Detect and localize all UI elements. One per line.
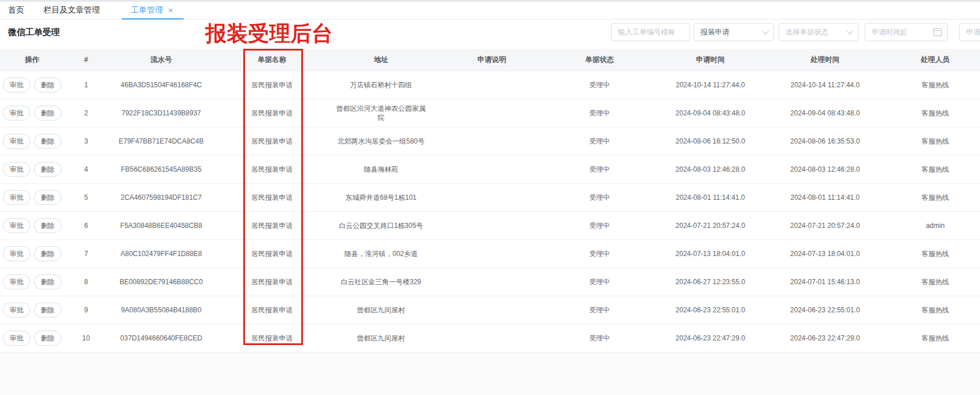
row-doc-name: 居民报装申请 [215,109,329,118]
annotation-text: 报装受理后台 [205,20,333,48]
tab-home[interactable]: 首页 [8,2,24,19]
row-address: 白云公园交叉路口1栋305号 [329,221,433,230]
col-header-index: # [64,56,108,64]
row-process-time: 2024-08-01 11:14:41.0 [772,193,878,202]
row-status: 受理中 [551,277,648,287]
row-address: 东城舜井道68号1栋101 [329,193,433,202]
row-address: 曾都区九间屋村 [329,305,433,315]
approve-button[interactable]: 审批 [3,190,30,205]
apply-date-end-input[interactable] [960,24,980,41]
row-actions: 审批 删除 [0,274,64,289]
page-title: 微信工单受理 [8,27,60,38]
table-header-row: 操作 # 流水号 单据名称 地址 申请说明 单据状态 申请时间 处理时间 处理人… [0,49,980,71]
row-serial: 037D1494660640FE8CED [108,334,215,342]
delete-button[interactable]: 删除 [34,218,61,233]
approve-button[interactable]: 审批 [3,331,30,346]
row-process-time: 2024-07-13 18:04:01.0 [772,250,878,258]
delete-button[interactable]: 删除 [34,78,61,92]
row-handler: 客服热线 [878,137,980,146]
row-index: 6 [64,222,108,230]
row-doc-name: 居民报装申请 [215,277,329,287]
row-apply-time: 2024-09-04 08:43:48.0 [648,109,772,117]
col-header-actions: 操作 [0,55,64,65]
chevron-down-icon [847,28,853,34]
row-process-time: 2024-09-04 08:43:48.0 [772,109,878,117]
row-serial: F5A30848B6EE40458CB8 [108,222,215,230]
row-serial: 9A080A3B55084B4188B0 [108,306,215,314]
delete-button[interactable]: 删除 [34,190,61,205]
row-actions: 审批 删除 [0,303,64,317]
table-row: 审批 删除 10 037D1494660640FE8CED 居民报装申请 曾都区… [0,324,980,353]
row-status: 受理中 [551,193,648,203]
row-address: 曾都区九间屋村 [329,334,433,343]
row-doc-name: 居民报装申请 [215,221,329,231]
approve-button[interactable]: 审批 [3,218,30,233]
row-apply-time: 2024-07-13 18:04:01.0 [648,250,772,258]
row-process-time: 2024-06-23 22:47:29.0 [772,334,878,342]
approve-button[interactable]: 审批 [3,303,30,317]
approve-button[interactable]: 审批 [3,246,30,261]
search-input[interactable] [612,24,689,41]
delete-button[interactable]: 删除 [34,303,61,317]
row-serial: BE00892DE79146B88CC0 [108,278,215,286]
row-status: 受理中 [551,334,648,343]
row-index: 9 [64,306,108,314]
apply-date-start-field [865,23,948,41]
table-row: 审批 删除 9 9A080A3B55084B4188B0 居民报装申请 曾都区九… [0,296,980,324]
delete-button[interactable]: 删除 [34,246,61,261]
row-actions: 审批 删除 [0,331,64,346]
delete-button[interactable]: 删除 [34,274,61,289]
row-status: 受理中 [551,109,648,118]
tab-bar: 首页 栏目及文章管理 工单管理 × [0,2,980,20]
row-apply-time: 2024-07-21 20:57:24.0 [648,222,772,230]
row-actions: 审批 删除 [0,218,64,233]
close-tab-icon[interactable]: × [168,6,173,14]
row-index: 4 [64,165,108,173]
delete-button[interactable]: 删除 [34,134,61,149]
row-handler: 客服热线 [878,305,980,315]
row-address: 随县，淮河镇，002乡道 [329,249,433,258]
delete-button[interactable]: 删除 [34,331,61,346]
order-type-select[interactable]: 报装申请 [694,23,774,41]
col-header-address: 地址 [329,55,433,65]
approve-button[interactable]: 审批 [3,274,30,289]
row-actions: 审批 删除 [0,134,64,149]
approve-button[interactable]: 审批 [3,134,30,149]
table-body: 审批 删除 1 46BA3D51504F46168F4C 居民报装申请 万店镇石… [0,71,980,353]
row-handler: 客服热线 [878,109,980,118]
row-handler: 客服热线 [878,165,980,175]
row-apply-time: 2024-08-01 11:14:41.0 [648,193,772,202]
order-number-search-field [611,23,690,41]
approve-button[interactable]: 审批 [3,106,30,121]
order-type-select-value: 报装申请 [701,28,759,37]
calendar-icon [934,28,942,36]
row-index: 3 [64,137,108,145]
row-process-time: 2024-06-23 22:55:01.0 [772,306,878,314]
col-header-doc-name: 单据名称 [215,55,329,65]
table-row: 审批 删除 7 A80C102479FF4F1D88E8 居民报装申请 随县，淮… [0,240,980,268]
row-status: 受理中 [551,137,648,146]
row-index: 7 [64,250,108,258]
col-header-handler: 处理人员 [878,55,980,65]
order-status-select[interactable]: 选择单据状态 [779,23,858,41]
tab-articles[interactable]: 栏目及文章管理 [44,2,100,19]
delete-button[interactable]: 删除 [34,106,61,121]
row-doc-name: 居民报装申请 [215,165,329,175]
row-serial: 2CA4607598194DF181C7 [108,193,215,202]
row-handler: 客服热线 [878,80,980,90]
row-address: 白云社区金三角一号楼329 [329,277,433,286]
delete-button[interactable]: 删除 [34,162,61,177]
row-apply-time: 2024-06-23 22:55:01.0 [648,306,772,314]
table-row: 审批 删除 3 E79F47BB71E74DCA8C4B 居民报装申请 北郊两水… [0,127,980,156]
approve-button[interactable]: 审批 [3,78,30,92]
table-row: 审批 删除 8 BE00892DE79146B88CC0 居民报装申请 白云社区… [0,268,980,296]
table-row: 审批 删除 4 FB56C686261545A89B35 居民报装申请 随县瀚林… [0,156,980,184]
row-process-time: 2024-08-06 16:35:53.0 [772,137,878,145]
tab-workorders[interactable]: 工单管理 [131,5,163,16]
row-status: 受理中 [551,221,648,231]
row-doc-name: 居民报装申请 [215,137,329,146]
approve-button[interactable]: 审批 [3,162,30,177]
row-doc-name: 居民报装申请 [215,80,329,90]
row-doc-name: 居民报装申请 [215,249,329,259]
row-index: 1 [64,81,108,89]
